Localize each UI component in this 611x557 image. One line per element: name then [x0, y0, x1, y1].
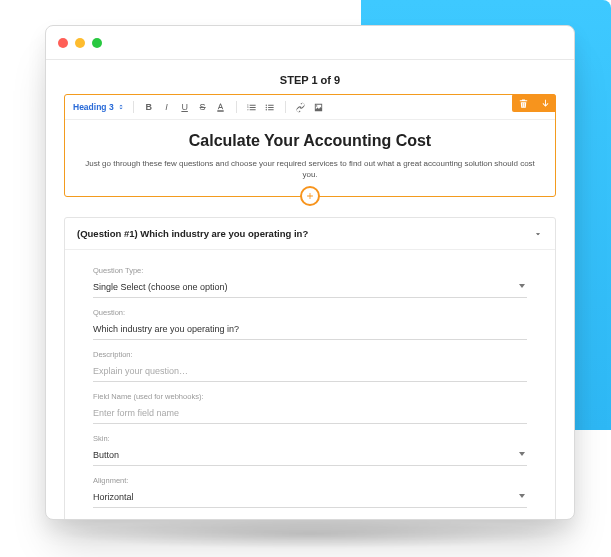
- app-window: STEP 1 of 9 Heading 3 B I U S: [45, 25, 575, 520]
- field-label: Alignment:: [93, 476, 527, 485]
- underline-button[interactable]: U: [178, 100, 192, 114]
- field-label: Description:: [93, 350, 527, 359]
- toolbar-separator: [236, 101, 237, 113]
- ordered-list-button[interactable]: [245, 100, 259, 114]
- list-ol-icon: [246, 102, 257, 113]
- text-color-button[interactable]: [214, 100, 228, 114]
- arrow-down-icon: [540, 98, 551, 109]
- editor-content[interactable]: Calculate Your Accounting Cost Just go t…: [65, 120, 555, 196]
- field-alignment: Alignment:: [93, 476, 527, 508]
- italic-button[interactable]: I: [160, 100, 174, 114]
- window-zoom-dot[interactable]: [92, 38, 102, 48]
- editor-subtitle: Just go through these few questions and …: [83, 158, 537, 180]
- toolbar-separator: [133, 101, 134, 113]
- field-skin: Skin:: [93, 434, 527, 466]
- unordered-list-button[interactable]: [263, 100, 277, 114]
- question-text-input[interactable]: [93, 320, 527, 340]
- field-label: Field Name (used for webhooks):: [93, 392, 527, 401]
- editor-card: Heading 3 B I U S: [64, 94, 556, 197]
- field-label: Question:: [93, 308, 527, 317]
- fieldname-input[interactable]: [93, 404, 527, 424]
- field-label: Skin:: [93, 434, 527, 443]
- trash-icon: [518, 98, 529, 109]
- list-ul-icon: [264, 102, 275, 113]
- step-indicator: STEP 1 of 9: [64, 74, 556, 86]
- move-down-button[interactable]: [534, 94, 556, 112]
- question-type-select[interactable]: [93, 278, 527, 298]
- chevron-down-icon: [533, 229, 543, 239]
- editor-toolbar: Heading 3 B I U S: [65, 95, 555, 120]
- question-body: Question Type: Question: Description: Fi…: [65, 250, 555, 520]
- field-question-type: Question Type:: [93, 266, 527, 298]
- field-label: Question Type:: [93, 266, 527, 275]
- field-question-text: Question:: [93, 308, 527, 340]
- delete-button[interactable]: [512, 94, 534, 112]
- strikethrough-button[interactable]: S: [196, 100, 210, 114]
- svg-point-1: [266, 106, 267, 107]
- editor-title: Calculate Your Accounting Cost: [83, 132, 537, 150]
- toolbar-separator: [285, 101, 286, 113]
- question-header[interactable]: (Question #1) Which industry are you ope…: [65, 218, 555, 250]
- question-header-title: (Question #1) Which industry are you ope…: [77, 228, 308, 239]
- card-action-strip: [512, 94, 556, 112]
- link-icon: [295, 102, 306, 113]
- bold-button[interactable]: B: [142, 100, 156, 114]
- floor-shadow: [60, 519, 560, 549]
- svg-point-0: [266, 104, 267, 105]
- link-button[interactable]: [294, 100, 308, 114]
- text-color-icon: [215, 102, 226, 113]
- window-body: STEP 1 of 9 Heading 3 B I U S: [46, 60, 574, 520]
- add-block-button[interactable]: [300, 186, 320, 206]
- image-button[interactable]: [312, 100, 326, 114]
- window-minimize-dot[interactable]: [75, 38, 85, 48]
- plus-icon: [305, 191, 315, 201]
- svg-point-2: [266, 109, 267, 110]
- window-close-dot[interactable]: [58, 38, 68, 48]
- field-description: Description:: [93, 350, 527, 382]
- field-fieldname: Field Name (used for webhooks):: [93, 392, 527, 424]
- alignment-select[interactable]: [93, 488, 527, 508]
- heading-select-label: Heading 3: [73, 102, 114, 112]
- image-icon: [313, 102, 324, 113]
- heading-select[interactable]: Heading 3: [73, 102, 125, 112]
- question-card: (Question #1) Which industry are you ope…: [64, 217, 556, 520]
- window-titlebar: [46, 26, 574, 60]
- skin-select[interactable]: [93, 446, 527, 466]
- sort-icon: [117, 103, 125, 111]
- description-input[interactable]: [93, 362, 527, 382]
